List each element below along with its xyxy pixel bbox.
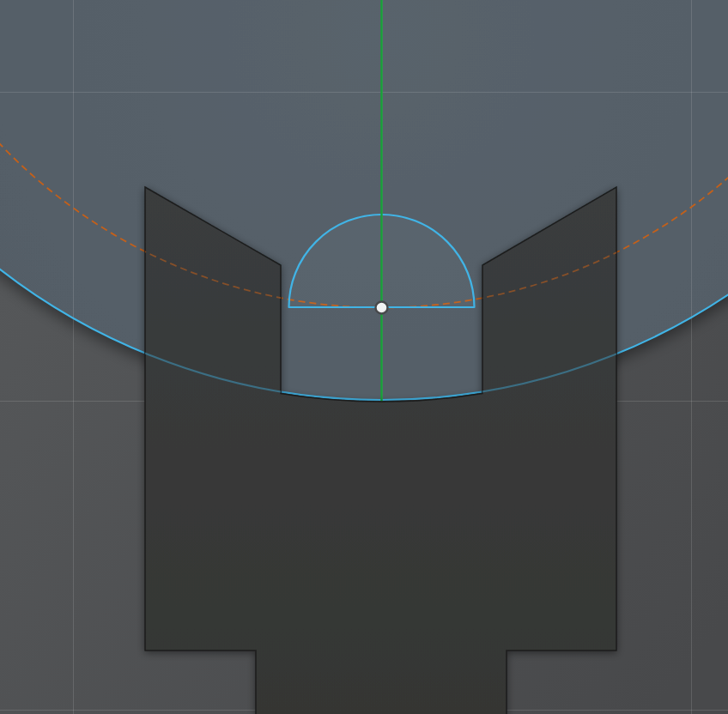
sketch-point[interactable] <box>376 302 388 314</box>
cad-viewport <box>0 0 728 714</box>
sketch-canvas <box>0 0 728 714</box>
